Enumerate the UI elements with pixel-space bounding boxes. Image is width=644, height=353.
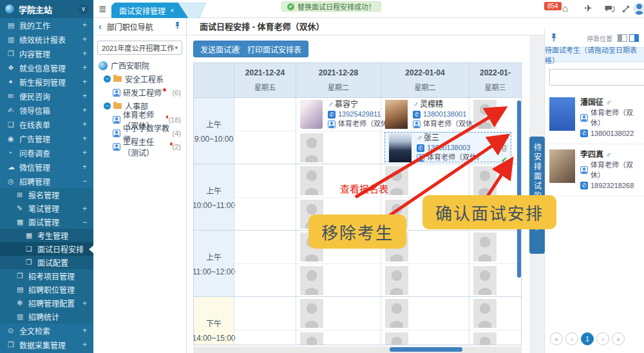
- sidebar-item-leader-mailbox[interactable]: ✍领导信箱+: [0, 103, 93, 117]
- sidebar-item-online-forms[interactable]: ❑在线表单+: [0, 117, 93, 131]
- user-avatar[interactable]: [633, 3, 644, 15]
- schedule-cell[interactable]: [234, 231, 296, 264]
- schedule-cell[interactable]: [296, 264, 381, 297]
- collapse-left-icon[interactable]: ‹: [99, 21, 102, 32]
- collapse-node-icon[interactable]: −: [104, 75, 111, 82]
- schedule-cell[interactable]: [469, 264, 521, 297]
- page-prev-button[interactable]: ‹: [565, 332, 578, 345]
- home-icon[interactable]: ⌂: [562, 3, 568, 14]
- schedule-cell[interactable]: [296, 131, 381, 164]
- pin-icon[interactable]: [174, 21, 181, 32]
- doc-icon: ❐: [17, 272, 28, 280]
- sidebar-item-candidate-mgmt[interactable]: ▦考生管理: [0, 229, 93, 242]
- sidebar-item-interview-config[interactable]: ❒面试配置: [0, 256, 93, 269]
- selected-candidate-card[interactable]: ♂张三 ✆13800138003 体育老师（双休） ✔: [384, 132, 511, 162]
- page-next-button[interactable]: ›: [596, 332, 609, 345]
- vertical-scrollbar[interactable]: [517, 100, 521, 278]
- sidebar-item-interview-mgmt[interactable]: ▦面试管理−: [0, 215, 93, 229]
- candidate-card[interactable]: ♂慕容宁 ✆13925429811 体育老师（双休）: [296, 98, 381, 131]
- menu-label: 招聘管理: [19, 176, 82, 187]
- collapse-node-icon[interactable]: −: [104, 102, 111, 110]
- dock-left-icon[interactable]: [618, 34, 627, 42]
- dock-right-icon[interactable]: [629, 34, 639, 42]
- sidebar-item-recruit-config[interactable]: ✻招聘管理配置+: [0, 296, 93, 310]
- schedule-cell[interactable]: [381, 164, 469, 198]
- sidebar-item-content[interactable]: ❐内容管理+: [0, 46, 93, 61]
- sidebar-item-interview-schedule[interactable]: ❏面试日程安排: [0, 242, 93, 256]
- sidebar-item-new-student[interactable]: ✦新生报到管理+: [0, 75, 93, 89]
- sidebar-item-performance-report[interactable]: ▥绩效统计报表+: [0, 32, 93, 46]
- schedule-cell[interactable]: [296, 297, 381, 330]
- schedule-cell[interactable]: [469, 98, 521, 131]
- app-header[interactable]: 学院主站 ∨: [0, 0, 93, 18]
- scrollbar-thumb[interactable]: [390, 347, 462, 352]
- candidate-card[interactable]: ♂灵檬精 ✆13800138001 体育老师（双休）: [381, 98, 469, 131]
- schedule-cell[interactable]: ♂灵檬精 ✆13800138001 体育老师（双休）: [381, 98, 469, 131]
- red-dot: [163, 88, 166, 91]
- sidebar-item-data-collect[interactable]: ❒数据采集管理+: [0, 338, 93, 352]
- schedule-cell[interactable]: [381, 297, 469, 330]
- schedule-cell[interactable]: [234, 297, 296, 330]
- sidebar-item-convenience[interactable]: ✉便民咨询+: [0, 89, 93, 103]
- phone-icon: ✆: [328, 111, 336, 119]
- sidebar-item-ads[interactable]: ◉广告管理+: [0, 131, 93, 146]
- notification-badge[interactable]: 854: [544, 2, 562, 10]
- student-icon: ✦: [8, 78, 19, 86]
- wechat-icon: ☁: [8, 163, 19, 171]
- menu-label: 广告管理: [19, 133, 82, 144]
- sidebar-item-signup[interactable]: ⊞报名管理: [0, 188, 93, 202]
- schedule-cell[interactable]: [381, 264, 469, 297]
- chat-icon[interactable]: [605, 5, 615, 15]
- schedule-cell[interactable]: [469, 330, 521, 346]
- schedule-cell[interactable]: [381, 330, 469, 346]
- sidebar-item-survey[interactable]: ◔问卷调查+: [0, 146, 93, 160]
- remove-candidate-icon[interactable]: [501, 144, 507, 154]
- page-number[interactable]: 1: [581, 332, 594, 345]
- tree-root[interactable]: 广西安职院: [93, 59, 186, 72]
- close-icon[interactable]: ×: [170, 6, 174, 14]
- job-icon: [413, 120, 421, 128]
- sidebar-item-recruit-stats[interactable]: ▥招聘统计: [0, 310, 93, 323]
- pending-candidate-item[interactable]: 李四真 ♂ 体育老师（双休） ✆18923218268: [545, 144, 644, 196]
- confirm-schedule-icon[interactable]: ✔: [501, 155, 507, 164]
- sidebar-item-recruit-position[interactable]: ▤招聘职位管理: [0, 283, 93, 296]
- sidebar-item-fulltext-search[interactable]: ⊙全文检索+: [0, 323, 93, 338]
- schedule-column: [469, 231, 521, 296]
- sidebar-item-written-exam[interactable]: ✎笔试管理+: [0, 202, 93, 215]
- schedule-cell[interactable]: [234, 264, 296, 297]
- schedule-cell[interactable]: [234, 164, 296, 198]
- schedule-cell[interactable]: [234, 131, 296, 164]
- tree-leaf-job[interactable]: 研发工程师 (6): [93, 86, 186, 99]
- sidebar-item-employment[interactable]: ❖就业信息管理+: [0, 61, 93, 75]
- print-schedule-button[interactable]: 打印面试安排表: [240, 41, 308, 57]
- view-application-icon[interactable]: [500, 134, 509, 143]
- tab-interview-arrangement[interactable]: 面试安排管理 ×: [111, 3, 188, 18]
- schedule-cell[interactable]: [296, 330, 381, 346]
- horizontal-scrollbar[interactable]: [193, 347, 522, 353]
- sidebar-item-recruit-project[interactable]: ❐招考项目管理: [0, 269, 93, 283]
- page-last-button[interactable]: »: [612, 332, 625, 345]
- sidebar-item-my-work[interactable]: ▤我的工作+: [0, 18, 93, 32]
- pending-candidate-item[interactable]: 潘国征 ♂ 体育老师（双休） ✆13800138022: [545, 92, 644, 144]
- period-label: 下午: [206, 318, 222, 329]
- page-first-button[interactable]: «: [550, 332, 563, 345]
- pin-icon[interactable]: [550, 33, 558, 44]
- schedule-cell[interactable]: [469, 231, 521, 264]
- search-input[interactable]: [549, 69, 644, 86]
- schedule-cell[interactable]: [234, 98, 296, 131]
- schedule-cell[interactable]: [234, 330, 296, 346]
- project-select[interactable]: 2021年度公开招聘工作人员... ▾: [97, 41, 182, 55]
- phone-icon: ✆: [580, 129, 588, 137]
- schedule-cell[interactable]: [469, 297, 521, 330]
- sidebar-item-recruit[interactable]: ◎招聘管理−: [0, 174, 93, 188]
- sidebar-item-wechat[interactable]: ☁微信管理+: [0, 160, 93, 174]
- schedule-cell[interactable]: [469, 164, 521, 198]
- candidate-phone: 13925429811: [338, 110, 381, 119]
- tree-node-dept[interactable]: − 安全工程系: [93, 72, 186, 86]
- schedule-cell[interactable]: [234, 198, 296, 231]
- collapse-sidebar-icon[interactable]: ≣: [99, 3, 107, 15]
- fullscreen-icon[interactable]: [621, 5, 630, 15]
- chevron-down-icon[interactable]: ∨: [79, 5, 88, 14]
- schedule-cell[interactable]: ♂慕容宁 ✆13925429811 体育老师（双休）: [296, 98, 381, 131]
- send-icon[interactable]: ✈: [584, 3, 592, 14]
